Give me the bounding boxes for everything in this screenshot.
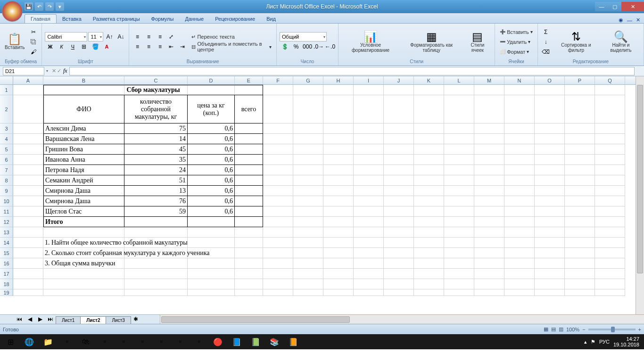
wrap-text-button[interactable]: ↵Перенос текста bbox=[190, 32, 273, 41]
cell[interactable] bbox=[595, 186, 625, 196]
cell[interactable] bbox=[474, 217, 504, 227]
cell[interactable] bbox=[504, 175, 535, 186]
fill-color-icon[interactable]: 🪣 bbox=[90, 42, 100, 51]
merge-center-button[interactable]: ⊟Объединить и поместить в центре ▾ bbox=[190, 42, 273, 51]
cell[interactable] bbox=[444, 155, 474, 165]
tray-flag-icon[interactable]: ⚑ bbox=[591, 339, 595, 345]
cell[interactable] bbox=[384, 186, 414, 196]
cell[interactable] bbox=[384, 217, 414, 227]
cell[interactable]: цена за кг (коп.) bbox=[188, 95, 235, 123]
cell[interactable] bbox=[535, 155, 565, 165]
cell[interactable]: 0,6 bbox=[188, 196, 235, 206]
format-painter-icon[interactable]: 🖌 bbox=[28, 47, 39, 57]
cell[interactable] bbox=[414, 175, 444, 186]
cell[interactable] bbox=[565, 186, 595, 196]
cell[interactable]: 35 bbox=[124, 155, 188, 165]
column-header[interactable]: E bbox=[235, 76, 263, 84]
cell[interactable] bbox=[535, 289, 565, 296]
row-header[interactable]: 16 bbox=[0, 258, 13, 269]
cell[interactable] bbox=[293, 123, 323, 134]
cell-styles-button[interactable]: ▤Стили ячеек bbox=[463, 25, 492, 59]
cell[interactable]: 75 bbox=[124, 123, 188, 134]
cell[interactable]: всего bbox=[235, 95, 263, 123]
clear-icon[interactable]: ⌫ bbox=[541, 47, 551, 57]
row-header[interactable]: 5 bbox=[0, 144, 13, 155]
cell[interactable] bbox=[414, 144, 444, 155]
align-bottom-icon[interactable]: ≡ bbox=[155, 32, 165, 41]
cell[interactable] bbox=[354, 227, 384, 238]
cell[interactable]: Петрова Надя bbox=[43, 165, 124, 175]
cell[interactable] bbox=[504, 85, 535, 95]
row-header[interactable]: 2 bbox=[0, 95, 13, 123]
cell[interactable] bbox=[293, 175, 323, 186]
cell[interactable] bbox=[188, 238, 235, 248]
cell[interactable] bbox=[323, 85, 354, 95]
cell[interactable] bbox=[535, 206, 565, 217]
row-header[interactable]: 13 bbox=[0, 227, 13, 238]
cell[interactable] bbox=[354, 134, 384, 144]
spreadsheet-grid[interactable]: ABCDEFGHIJKLMNOPQ 1234567891011121314151… bbox=[0, 76, 644, 314]
cell[interactable] bbox=[263, 258, 293, 269]
minimize-ribbon-icon[interactable]: — bbox=[627, 17, 632, 23]
cell[interactable] bbox=[535, 269, 565, 279]
cell[interactable] bbox=[565, 165, 595, 175]
cell[interactable] bbox=[13, 95, 43, 123]
cell[interactable] bbox=[595, 217, 625, 227]
row-header[interactable]: 19 bbox=[0, 289, 13, 296]
cell[interactable] bbox=[235, 165, 263, 175]
cell[interactable] bbox=[565, 248, 595, 258]
cell[interactable] bbox=[474, 279, 504, 289]
number-format-combo[interactable]: Общий bbox=[280, 32, 327, 41]
cell[interactable] bbox=[444, 165, 474, 175]
cell[interactable] bbox=[444, 134, 474, 144]
cell[interactable] bbox=[235, 206, 263, 217]
cell[interactable] bbox=[235, 123, 263, 134]
cell[interactable] bbox=[535, 134, 565, 144]
cell[interactable] bbox=[354, 248, 384, 258]
font-color-icon[interactable]: A bbox=[101, 42, 112, 51]
cell[interactable]: 76 bbox=[124, 196, 188, 206]
row-header[interactable]: 8 bbox=[0, 175, 13, 186]
row-header[interactable]: 10 bbox=[0, 196, 13, 206]
cell[interactable] bbox=[188, 269, 235, 279]
cell[interactable] bbox=[565, 289, 595, 296]
cell[interactable] bbox=[323, 196, 354, 206]
cell[interactable] bbox=[263, 279, 293, 289]
tray-clock[interactable]: 14:2719.10.2018 bbox=[613, 336, 639, 347]
cell[interactable] bbox=[384, 134, 414, 144]
cell[interactable] bbox=[474, 238, 504, 248]
cell[interactable] bbox=[474, 206, 504, 217]
cell[interactable] bbox=[13, 196, 43, 206]
cell[interactable] bbox=[474, 85, 504, 95]
cell[interactable] bbox=[13, 165, 43, 175]
column-header[interactable]: H bbox=[323, 76, 354, 84]
cell[interactable] bbox=[414, 123, 444, 134]
cell[interactable] bbox=[414, 269, 444, 279]
column-header[interactable]: I bbox=[354, 76, 384, 84]
cell[interactable] bbox=[595, 123, 625, 134]
cell[interactable] bbox=[188, 279, 235, 289]
cell[interactable] bbox=[43, 279, 124, 289]
cell[interactable] bbox=[384, 258, 414, 269]
cell[interactable] bbox=[384, 248, 414, 258]
cell[interactable] bbox=[188, 258, 235, 269]
cell[interactable] bbox=[293, 248, 323, 258]
cell[interactable] bbox=[43, 227, 124, 238]
row-header[interactable]: 14 bbox=[0, 238, 13, 248]
name-box[interactable]: D21 bbox=[3, 67, 44, 75]
cell[interactable] bbox=[535, 144, 565, 155]
taskbar-explorer-icon[interactable]: 📁 bbox=[39, 335, 58, 348]
row-header[interactable]: 1 bbox=[0, 85, 13, 95]
cell[interactable] bbox=[535, 85, 565, 95]
cell[interactable] bbox=[565, 238, 595, 248]
cell[interactable] bbox=[504, 206, 535, 217]
column-header[interactable]: G bbox=[293, 76, 323, 84]
sort-filter-button[interactable]: ⇅Сортировка и фильтр bbox=[553, 25, 599, 59]
taskbar-browser-icon[interactable]: 🔴 bbox=[208, 335, 227, 348]
cell[interactable] bbox=[474, 248, 504, 258]
cell[interactable] bbox=[535, 248, 565, 258]
cell[interactable] bbox=[444, 248, 474, 258]
cell[interactable] bbox=[504, 279, 535, 289]
cell[interactable] bbox=[354, 175, 384, 186]
tray-lang[interactable]: РУС bbox=[599, 339, 610, 345]
